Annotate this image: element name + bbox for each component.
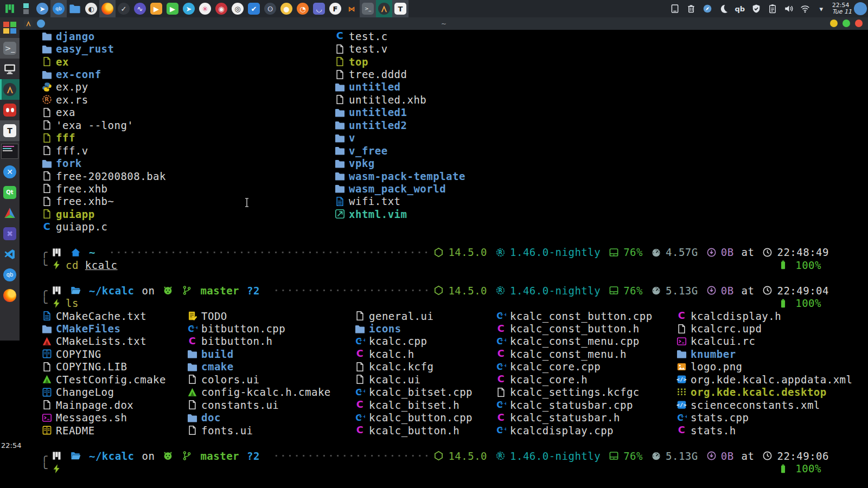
qbittorrent[interactable]: qb [50,0,67,17]
file-entry: kcalc.kcfg [354,361,473,373]
dock-item-cmake-app[interactable] [0,203,20,223]
firefox[interactable] [99,0,116,17]
dock-item-purple-x-app[interactable]: ✖ [0,223,20,244]
monitor-icon [3,62,16,75]
workspace-pager[interactable] [18,0,34,17]
file-entry: Ctest.c [334,30,465,42]
todo-icon [187,311,198,322]
file-entry: free-20200808.bak [41,170,166,182]
prompt-segment: 4.57G [650,246,698,258]
orange-app[interactable]: ◔ [295,0,311,17]
night-light-icon [719,4,729,14]
dock-item-qbittorrent[interactable]: qb [0,265,20,285]
tray-expander[interactable]: ▾ [815,2,828,15]
qbittorrent-tray[interactable]: qb [733,2,746,15]
file-name: guiapp [56,208,95,220]
file-entry: ex-conf [41,68,166,80]
dock-item-typora[interactable]: T [0,120,20,141]
telegram[interactable]: ➤ [181,0,197,17]
security-shield[interactable] [750,2,763,15]
octocat-icon [162,451,174,461]
panel-clock[interactable]: 22:54Tue 11 [832,2,852,15]
video-player-green[interactable]: ▶ [164,0,181,17]
trash[interactable] [685,2,698,15]
yellow-app[interactable]: ● [278,0,295,17]
dock-item-alacritty[interactable] [0,79,20,100]
svg-text:++: ++ [359,388,365,393]
file-entry: Ckcalc_bitset.h [354,399,473,411]
file-name: doc [201,412,221,423]
dock-item-firefox[interactable] [0,285,20,306]
prompt-segment: 5.13G [650,285,698,297]
dock-item-screenshot-tool[interactable] [0,141,20,162]
folder-icon [41,69,53,80]
file-name: bitbutton.h [201,335,272,347]
yellow-app-icon: ● [280,3,292,15]
file-name: kcalc_const_menu.cpp [510,335,640,347]
close-button[interactable] [855,20,863,27]
manjaro-menu[interactable] [2,0,18,17]
dock-item-terminal[interactable]: >_ [0,38,20,59]
file-entry: fork [41,157,166,169]
file-entry: wasm-pack-template [334,170,465,182]
h-icon: C [676,311,687,322]
butterfly-app[interactable]: ⋈ [343,0,360,17]
f1-app[interactable]: F [327,0,343,17]
network-wifi[interactable] [799,2,812,15]
browser-tray[interactable] [701,2,714,15]
window-titlebar[interactable]: ~ [20,17,868,30]
file-entry: ex.py [41,81,166,93]
ghost-icon [3,104,16,117]
file-entry: wasm_pack_world [334,182,465,195]
prompt-corner: ╭ [41,285,48,297]
dock-item-blue-x-app[interactable]: ✕ [0,162,20,182]
night-light[interactable] [717,2,730,15]
battery-percent: 100% [795,463,821,474]
prompt-text: at [742,246,755,258]
audio-app[interactable]: ◐ [83,0,99,17]
cpp-icon: C++ [495,336,507,346]
terminal-content[interactable]: djangoeasy_rustexex-confex.pyRex.rsexa'e… [20,30,868,488]
file-entry: kcalcrc.upd [676,322,852,335]
slack[interactable]: ✳ [197,0,213,17]
node-icon [433,247,444,258]
video-player-orange[interactable]: ▶ [148,0,164,17]
file-name: fork [56,157,82,169]
prompt-text: 22:49:04 [777,285,829,297]
dock-item-app-launcher[interactable] [0,17,20,38]
github-desktop[interactable]: ʘ [262,0,278,17]
prompt-segment [51,285,62,296]
prompt-segment: at [742,285,755,297]
minimize-button[interactable] [830,20,838,27]
dock-item-qt-creator[interactable]: Qt [0,182,20,203]
wave-app[interactable]: ∿ [132,0,148,17]
prompt-text: 76% [623,246,643,258]
discord[interactable]: ◡ [311,0,327,17]
file-entry: C++kcalc_bitset.cpp [354,386,473,399]
display[interactable] [668,2,681,15]
typora[interactable]: T [392,0,409,17]
clipboard-manager[interactable] [766,2,779,15]
dock-item-computer[interactable] [0,59,20,79]
dock-item-vscode[interactable] [0,244,20,265]
file-name: ex.rs [56,94,88,106]
v-app[interactable]: ✓ [116,0,132,17]
file-manager[interactable] [67,0,83,17]
file-entry: Mainpage.dox [41,399,166,411]
browser-compass[interactable]: ➤ [34,0,50,17]
file-name: general.ui [369,310,433,322]
file-entry: kcalc_settings.kcfgc [495,386,653,399]
alacritty[interactable] [376,0,392,17]
file-entry: free.xhb~ [41,195,166,208]
red-app[interactable]: ◉ [213,0,229,17]
tasks-app[interactable]: ✔ [246,0,262,17]
timer-app[interactable]: ◎ [229,0,246,17]
dock-item-ghost-app[interactable] [0,100,20,120]
volume[interactable] [782,2,795,15]
maximize-button[interactable] [843,20,850,27]
prompt-text: ?2 [247,285,260,297]
prompt-text: 1.46.0-nightly [510,246,601,258]
terminal-app[interactable]: >_ [360,0,376,17]
file-entry: CTestConfig.cmake [41,373,166,386]
overlay-badge[interactable] [854,2,867,15]
